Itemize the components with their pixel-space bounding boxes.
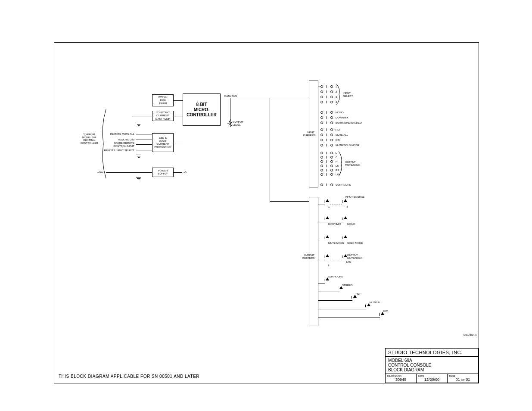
output-level-pot [227, 119, 233, 125]
bracket-icon [101, 109, 107, 178]
switch-mute-all: MUTE ALL [320, 133, 348, 137]
switch-mute-solo-mode: MUTE/SOLO MODE [320, 143, 359, 147]
title-line-1: MODEL 69A [388, 358, 476, 363]
output-mute-solo-label: OUTPUTMUTE/SOLO [345, 161, 360, 166]
drawing-frame: TO/FROMMODEL 68ACENTRALCONTROLLER REMOTE… [54, 42, 479, 383]
switch-surround-stereo: SURROUND/STEREO [320, 121, 362, 125]
bracket-icon [339, 151, 344, 176]
output-buffers-block [309, 197, 318, 326]
led-stereo-label: STEREO [342, 284, 353, 287]
led-surround-label: SURROUND [328, 275, 343, 278]
led-input-1 [324, 200, 329, 203]
input-source-label: INPUT SOURCE [345, 196, 364, 199]
page: TO/FROMMODEL 68ACENTRALCONTROLLER REMOTE… [0, 0, 532, 411]
tofrom-label: TO/FROMMODEL 68ACENTRALCONTROLLER [77, 133, 101, 144]
switch-ch-r: R [320, 160, 337, 163]
switch-input-2: 2 [320, 90, 337, 93]
title-line-3: BLOCK DIAGRAM [388, 367, 476, 372]
esd-block: ESD &OVER-CURRENTPROTECTION [152, 133, 174, 152]
switch-ch-rs: RS [320, 168, 339, 172]
led-ref [352, 296, 357, 299]
applicable-note: THIS BLOCK DIAGRAM APPLICABLE FOR SN 005… [59, 374, 199, 379]
mcu-block: 8-BITMICRO-CONTROLLER [183, 93, 221, 126]
switch-ch-l: L [320, 151, 337, 155]
led-mono-label: MONO [347, 223, 355, 226]
v5-label: +5 [184, 171, 187, 174]
switch-input-3: 3 [320, 95, 337, 99]
led-downmix-label: DOWNMIX [328, 223, 341, 226]
ground-icon [136, 155, 141, 159]
led-ch-l [324, 255, 329, 258]
led-stereo [338, 287, 343, 290]
led-ref-label: REF [356, 293, 361, 296]
led-mute-all-label: MUTE ALL [370, 301, 382, 304]
led-4-label: 4 [346, 206, 348, 209]
input-select-label: INPUTSELECT [343, 92, 353, 97]
led-surround [324, 279, 329, 281]
led-output-mute-solo-label: OUTPUTMUTE/SOLO [347, 254, 362, 259]
input-buffers-label: INPUTBUFFERS [303, 131, 314, 137]
led-1-label: 1 [328, 206, 330, 209]
title-block: STUDIO TECHNOLOGIES, INC. MODEL 69A CONT… [385, 348, 479, 383]
led-mute-mode-label: MUTE MODE [328, 242, 344, 245]
switch-mono: MONO [320, 111, 344, 114]
ground-icon [136, 123, 141, 127]
switch-configure: CONFIGURE [320, 183, 351, 187]
switch-ch-c: C [320, 156, 337, 159]
switch-ch-lfe: LFE [320, 173, 340, 176]
led-ch-lfe [342, 255, 347, 258]
led-downmix [324, 218, 329, 220]
date-value: 12/20/00 [418, 377, 445, 382]
ground-icon [136, 177, 141, 181]
company-name: STUDIO TECHNOLOGIES, INC. [386, 349, 478, 357]
switch-ref: REF [320, 128, 341, 131]
title-line-2: CONTROL CONSOLE [388, 363, 476, 367]
led-mute-all [365, 305, 370, 307]
switch-ch-ls: LS [320, 164, 339, 168]
led-input-4 [342, 200, 347, 203]
ccdp-block: CONSTANTCURRENTDATA PUMP [152, 111, 174, 121]
file-id: M69ABD_A [464, 333, 477, 336]
watchdog-block: WATCHDOGTIMER [152, 94, 174, 106]
psu-block: POWERSUPPLY [152, 168, 174, 177]
output-level-label: OUTPUTLEVEL [233, 121, 243, 126]
switch-input-4: 4 [320, 100, 337, 104]
output-buffers-label: OUTPUTBUFFERS [302, 254, 314, 259]
page-value: 01 OF 01 [449, 377, 476, 382]
led-solo-mode [342, 237, 347, 239]
data-bus-label: DATA BUS [224, 95, 237, 98]
led-solo-mode-label: SOLO MODE [347, 242, 363, 245]
led-mute-mode [324, 237, 329, 239]
switch-downmix: DOWNMIX [320, 116, 348, 119]
led-mono [342, 218, 347, 220]
led-dim-label: DIM [383, 310, 388, 313]
bracket-icon [336, 84, 342, 105]
drawing-no-value: 30949 [387, 377, 414, 382]
switch-input-1: 1 [320, 85, 337, 88]
led-lfe-label: LFE [346, 261, 351, 264]
switch-dim: DIM [320, 138, 340, 142]
led-dim [379, 313, 384, 316]
led-l-label: L [328, 264, 330, 267]
